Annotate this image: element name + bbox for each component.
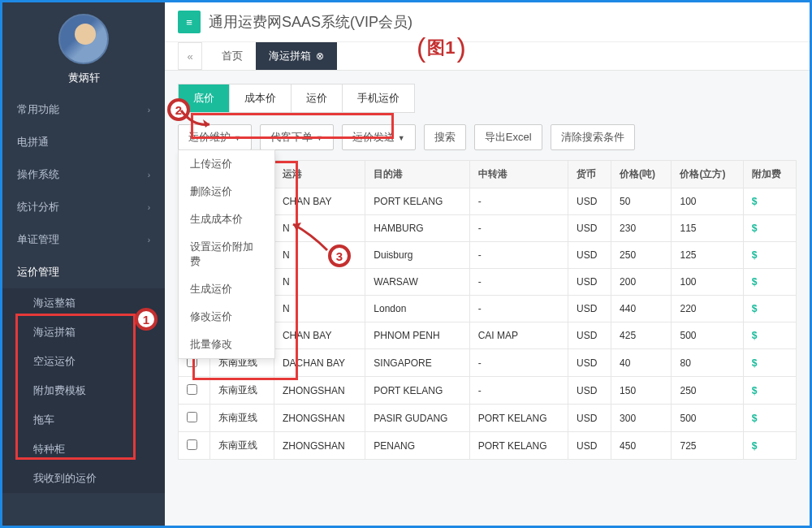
dd-batch[interactable]: 批量修改 — [179, 331, 274, 358]
agent-order-button[interactable]: 代客下单▼ — [260, 124, 334, 150]
mode-tab-rate[interactable]: 运价 — [292, 84, 343, 112]
cell-cur: USD — [568, 188, 611, 215]
chevron-right-icon: › — [148, 236, 150, 245]
nav-item-docs[interactable]: 单证管理› — [2, 223, 165, 256]
tab-home[interactable]: 首页 — [209, 42, 256, 70]
chevron-right-icon: › — [148, 106, 150, 115]
cell-surcharge-icon[interactable]: $ — [743, 215, 796, 242]
nav-sub-rate-mgmt: 海运整箱 海运拼箱 空运运价 附加费模板 拖车 特种柜 我收到的运价 — [2, 288, 165, 493]
cell-dest: PASIR GUDANG — [365, 405, 469, 432]
cell-cur: USD — [568, 296, 611, 322]
cell-cur: USD — [568, 322, 611, 349]
cell-surcharge-icon[interactable]: $ — [743, 188, 796, 215]
clear-search-button[interactable]: 清除搜索条件 — [551, 124, 635, 150]
caret-down-icon: ▼ — [398, 134, 405, 142]
cell-dest: PORT KELANG — [365, 188, 469, 215]
th-pc: 价格(立方) — [672, 161, 743, 188]
caret-down-icon: ▼ — [316, 134, 323, 142]
nav-item-stats[interactable]: 统计分析› — [2, 191, 165, 223]
cell-cur: USD — [568, 405, 611, 432]
dd-set-surcharge[interactable]: 设置运价附加费 — [179, 233, 274, 275]
cell-surcharge-icon[interactable]: $ — [743, 269, 796, 296]
menu-toggle-button[interactable]: ≡ — [178, 11, 201, 33]
avatar[interactable] — [58, 14, 109, 64]
dd-delete[interactable]: 删除运价 — [179, 178, 274, 206]
row-checkbox[interactable] — [187, 384, 197, 395]
nav-item-ops[interactable]: 操作系统› — [2, 158, 165, 191]
cell-pt: 425 — [611, 322, 672, 349]
export-excel-button[interactable]: 导出Excel — [474, 124, 542, 150]
cell-surcharge-icon[interactable]: $ — [743, 242, 796, 269]
mode-tabs: 底价 成本价 运价 手机运价 — [178, 84, 415, 113]
cell-surcharge-icon[interactable]: $ — [743, 432, 796, 460]
cell-surcharge-icon[interactable]: $ — [743, 377, 796, 405]
nav: 常用功能› 电拼通 操作系统› 统计分析› 单证管理› 运价管理 海运整箱 海运… — [2, 93, 165, 526]
cell-pc: 220 — [672, 296, 743, 322]
cell-pt: 230 — [611, 215, 672, 242]
sub-air[interactable]: 空运运价 — [2, 347, 165, 376]
cell-cur: USD — [568, 269, 611, 296]
profile-block: 黄炳轩 — [2, 2, 165, 93]
cell-origin: ZHONGSHAN — [274, 432, 365, 460]
nav-item-rate-mgmt[interactable]: 运价管理 — [2, 256, 165, 288]
cell-via: - — [469, 349, 568, 377]
row-checkbox[interactable] — [187, 439, 197, 450]
sub-lcl[interactable]: 海运拼箱 — [2, 318, 165, 347]
search-button[interactable]: 搜索 — [424, 124, 466, 150]
nav-item-dpt[interactable]: 电拼通 — [2, 126, 165, 158]
caret-down-icon: ▼ — [234, 134, 241, 142]
cell-via: - — [469, 269, 568, 296]
content-area: 底价 成本价 运价 手机运价 运价维护▼ 上传运价 删除运价 生成成本价 设置运… — [165, 71, 810, 526]
sub-received[interactable]: 我收到的运价 — [2, 464, 165, 493]
cell-surcharge-icon[interactable]: $ — [743, 405, 796, 432]
cell-route: 东南亚线 — [209, 432, 274, 460]
cell-via: PORT KELANG — [469, 405, 568, 432]
cell-origin: CHAN BAY — [274, 188, 365, 215]
sidebar: 黄炳轩 常用功能› 电拼通 操作系统› 统计分析› 单证管理› 运价管理 海运整… — [2, 2, 165, 526]
mode-tab-mobile[interactable]: 手机运价 — [343, 84, 414, 112]
cell-dest: London — [365, 296, 469, 322]
cell-origin: N — [274, 242, 365, 269]
sub-fcl[interactable]: 海运整箱 — [2, 288, 165, 318]
cell-via: CAI MAP — [469, 322, 568, 349]
cell-pc: 250 — [672, 377, 743, 405]
cell-pt: 440 — [611, 296, 672, 322]
mode-tab-base[interactable]: 底价 — [179, 84, 230, 112]
dd-modify[interactable]: 修改运价 — [179, 303, 274, 331]
cell-pt: 300 — [611, 405, 672, 432]
row-checkbox[interactable] — [187, 412, 197, 422]
table-row[interactable]: 东南亚线ZHONGSHANPASIR GUDANGPORT KELANGUSD3… — [179, 405, 797, 432]
cell-pt: 450 — [611, 432, 672, 460]
table-row[interactable]: 东南亚线ZHONGSHANPORT KELANG-USD150250$ — [179, 377, 797, 405]
cell-dest: PENANG — [365, 432, 469, 460]
cell-route: 东南亚线 — [209, 377, 274, 405]
tab-lcl[interactable]: 海运拼箱⊗ — [256, 42, 337, 70]
dd-upload[interactable]: 上传运价 — [179, 150, 274, 178]
dd-gen-cost[interactable]: 生成成本价 — [179, 206, 274, 233]
close-icon[interactable]: ⊗ — [316, 50, 324, 62]
app-title: 通用运费网SAAS系统(VIP会员) — [209, 12, 412, 32]
cell-via: - — [469, 188, 568, 215]
th-dest: 目的港 — [365, 161, 469, 188]
th-origin: 运港 — [274, 161, 365, 188]
table-row[interactable]: 东南亚线ZHONGSHANPENANGPORT KELANGUSD450725$ — [179, 432, 797, 460]
cell-via: - — [469, 377, 568, 405]
dd-gen-rate[interactable]: 生成运价 — [179, 275, 274, 303]
rate-maint-button[interactable]: 运价维护▼ — [178, 124, 252, 150]
rate-maint-menu: 上传运价 删除运价 生成成本价 设置运价附加费 生成运价 修改运价 批量修改 — [178, 149, 275, 359]
sub-trailer[interactable]: 拖车 — [2, 405, 165, 435]
cell-dest: SINGAPORE — [365, 349, 469, 377]
th-pt: 价格(吨) — [611, 161, 672, 188]
cell-surcharge-icon[interactable]: $ — [743, 296, 796, 322]
cell-pt: 50 — [611, 188, 672, 215]
sub-surcharge-tpl[interactable]: 附加费模板 — [2, 376, 165, 405]
cell-surcharge-icon[interactable]: $ — [743, 322, 796, 349]
cell-pc: 115 — [672, 215, 743, 242]
sub-special[interactable]: 特种柜 — [2, 435, 165, 464]
nav-item-common[interactable]: 常用功能› — [2, 93, 165, 126]
cell-surcharge-icon[interactable]: $ — [743, 349, 796, 377]
cell-dest: PORT KELANG — [365, 377, 469, 405]
rate-send-button[interactable]: 运价发送▼ — [342, 124, 416, 150]
mode-tab-cost[interactable]: 成本价 — [230, 84, 292, 112]
tabs-back-button[interactable]: « — [178, 42, 202, 70]
